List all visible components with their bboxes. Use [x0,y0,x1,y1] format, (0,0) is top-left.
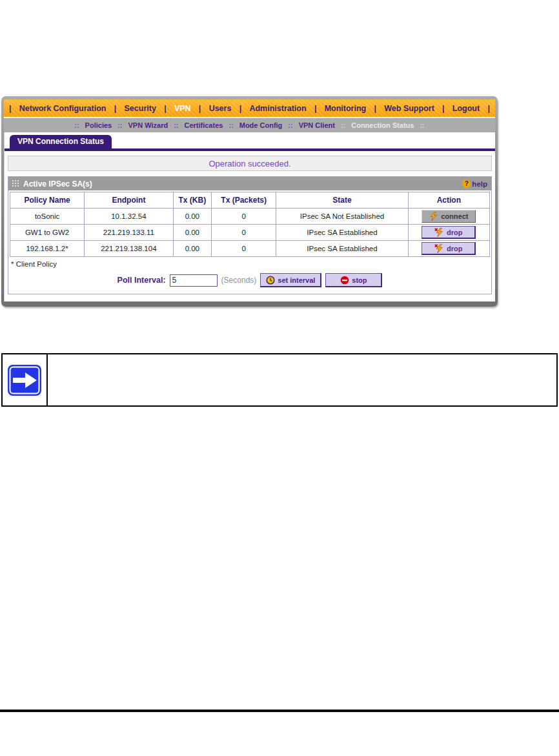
section-title: Active IPSec SA(s) [23,179,462,189]
cell-action: connect [408,209,489,225]
top-navbar: |Network Configuration|Security|VPN|User… [4,99,495,117]
note-callout [1,353,558,407]
document-page: |Network Configuration|Security|VPN|User… [0,0,559,756]
stop-label: stop [352,276,367,284]
submenu-separator: :: [74,121,79,129]
note-text [48,354,556,405]
grid-dots-icon [12,180,19,187]
submenu-separator: :: [229,121,233,129]
drop-button-label: drop [447,229,462,236]
cell-policy-name: toSonic [10,209,85,225]
nav-item-monitoring[interactable]: Monitoring [325,104,367,113]
nav-item-vpn[interactable]: VPN [174,104,191,113]
submenu-separator: :: [288,121,292,129]
cell-state: IPsec SA Established [276,241,408,257]
nav-item-logout[interactable]: Logout [452,104,480,113]
nav-separator: | [442,104,445,113]
connect-button-label: connect [441,212,468,220]
cell-tx-kb: 0.00 [173,225,211,241]
status-message-box: Operation succeeded. [8,156,492,171]
cell-endpoint: 221.219.133.11 [85,225,173,241]
note-icon-cell [3,354,48,405]
cell-state: IPsec SA Not Established [276,209,408,225]
arrow-right-icon [7,364,42,396]
submenu-item-vpn-client[interactable]: VPN Client [299,121,335,129]
poll-interval-row: Poll Interval: (Seconds) set interval [8,268,491,294]
lightning-x-icon [434,228,443,237]
content-area: VPN Connection Status Operation succeede… [4,132,495,301]
page-footer-rule [0,710,559,712]
cell-endpoint: 221.219.138.104 [85,241,173,257]
poll-interval-label: Poll Interval: [117,276,166,285]
nav-separator: | [199,104,201,113]
stop-button[interactable]: stop [325,273,382,287]
cell-tx-packets: 0 [212,209,276,225]
nav-separator: | [374,104,376,113]
column-header-tx-kb: Tx (KB) [173,192,211,209]
nav-separator: | [314,104,317,113]
lightning-x-icon [434,244,443,253]
column-header-endpoint: Endpoint [85,192,173,209]
column-header-tx-packets: Tx (Packets) [212,192,276,209]
table-row: GW1 to GW2221.219.133.110.000IPsec SA Es… [10,225,490,241]
nav-item-network-configuration[interactable]: Network Configuration [19,104,107,113]
poll-interval-unit: (Seconds) [221,276,257,285]
submenu-separator: :: [117,121,122,129]
submenu-item-connection-status[interactable]: Connection Status [351,121,414,129]
status-message: Operation succeeded. [208,159,290,169]
column-header-state: State [276,192,408,209]
tab-vpn-connection-status[interactable]: VPN Connection Status [10,135,112,148]
drop-button[interactable]: drop [422,242,476,255]
table-row: 192.168.1.2*221.219.138.1040.000IPsec SA… [10,241,490,257]
no-entry-icon [340,276,349,285]
cell-tx-kb: 0.00 [173,241,211,257]
table-row: toSonic10.1.32.540.000IPsec SA Not Estab… [10,209,490,225]
set-interval-button[interactable]: set interval [260,273,321,287]
nav-item-administration[interactable]: Administration [249,104,306,113]
help-question-icon[interactable]: ? [462,179,471,188]
submenu-item-mode-config[interactable]: Mode Config [239,121,283,129]
help-label[interactable]: help [472,180,487,188]
drop-button-label: drop [447,245,462,252]
section-header: Active IPSec SA(s) ? help [8,177,491,190]
cell-tx-packets: 0 [212,241,276,257]
cell-endpoint: 10.1.32.54 [85,209,173,225]
submenu-item-certificates[interactable]: Certificates [184,121,223,129]
nav-separator: | [164,104,167,113]
cell-tx-kb: 0.00 [173,209,211,225]
vpn-submenu: ::Policies::VPN Wizard::Certificates::Mo… [4,118,495,132]
cell-state: IPsec SA Established [276,225,408,241]
nav-separator: | [114,104,117,113]
cell-tx-packets: 0 [212,225,276,241]
nav-separator: | [487,104,490,113]
nav-item-users[interactable]: Users [209,104,232,113]
nav-separator: | [239,104,242,113]
lightning-icon [429,212,438,221]
table-header-row: Policy NameEndpointTx (KB)Tx (Packets)St… [10,192,490,209]
ipsec-sa-table: Policy NameEndpointTx (KB)Tx (Packets)St… [10,192,490,257]
poll-interval-input[interactable] [170,274,218,287]
submenu-item-policies[interactable]: Policies [85,121,112,129]
connect-button[interactable]: connect [422,210,476,223]
column-header-policy-name: Policy Name [10,192,85,209]
set-interval-label: set interval [278,276,315,284]
cell-action: drop [408,241,489,257]
drop-button[interactable]: drop [422,226,476,239]
submenu-separator: :: [420,121,424,129]
submenu-separator: :: [341,121,345,129]
client-policy-footnote: * Client Policy [8,257,491,268]
submenu-separator: :: [174,121,178,129]
cell-policy-name: 192.168.1.2* [10,241,85,257]
nav-item-web-support[interactable]: Web Support [384,104,434,113]
cell-action: drop [408,225,489,241]
help-link[interactable]: ? help [462,179,487,188]
tab-underline [5,148,495,151]
cell-policy-name: GW1 to GW2 [10,225,85,241]
screenshot-frame: |Network Configuration|Security|VPN|User… [1,96,498,307]
column-header-action: Action [408,192,489,209]
active-ipsec-sa-section: Active IPSec SA(s) ? help Policy NameEnd… [8,176,492,294]
nav-item-security[interactable]: Security [125,104,156,113]
router-admin-screen: |Network Configuration|Security|VPN|User… [4,99,495,301]
submenu-item-vpn-wizard[interactable]: VPN Wizard [128,121,168,129]
nav-separator: | [9,104,12,113]
